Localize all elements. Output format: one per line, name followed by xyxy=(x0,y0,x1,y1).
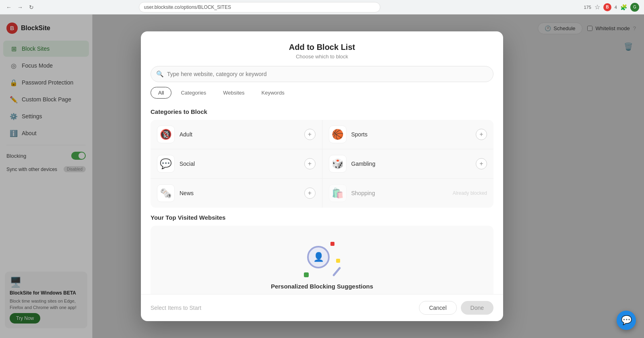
tab-all[interactable]: All xyxy=(151,87,171,99)
category-row-1: 🔞 Adult + 🏀 Sports + xyxy=(151,120,493,149)
refresh-button[interactable]: ↻ xyxy=(27,3,35,11)
shopping-icon: 🛍️ xyxy=(329,184,347,202)
star-icon[interactable]: ☆ xyxy=(594,3,600,11)
category-item-sports[interactable]: 🏀 Sports + xyxy=(322,120,494,149)
person-icon: 👤 xyxy=(313,252,324,262)
social-icon: 💬 xyxy=(157,155,175,173)
magnify-illustration: 👤 xyxy=(304,242,340,278)
ext-count: 4 xyxy=(615,5,617,10)
social-label: Social xyxy=(180,161,299,167)
category-item-news[interactable]: 🗞️ News + xyxy=(151,179,322,208)
user-avatar[interactable]: G xyxy=(630,3,639,12)
sports-label: Sports xyxy=(351,131,471,138)
category-item-gambling[interactable]: 🎲 Gambling + xyxy=(322,149,494,178)
yellow-dot xyxy=(336,259,340,263)
cancel-button[interactable]: Cancel xyxy=(419,301,457,315)
modal-footer: Select Items to Start Cancel Done xyxy=(141,294,503,321)
search-input[interactable] xyxy=(151,66,493,82)
top-visited-section: Your Top Visited Websites 👤 Personalized… xyxy=(151,214,493,294)
personalized-box: 👤 Personalized Blocking Suggestions Let … xyxy=(151,226,493,294)
tab-websites[interactable]: Websites xyxy=(215,87,252,99)
green-dot xyxy=(304,272,309,277)
gambling-label: Gambling xyxy=(351,161,471,167)
shopping-label: Shopping xyxy=(351,190,448,196)
search-icon: 🔍 xyxy=(156,70,164,78)
puzzle-icon[interactable]: 🧩 xyxy=(620,4,627,10)
category-item-adult[interactable]: 🔞 Adult + xyxy=(151,120,322,149)
footer-buttons: Cancel Done xyxy=(419,301,493,315)
add-to-blocklist-modal: Add to Block List Choose which to block … xyxy=(141,31,503,321)
news-icon: 🗞️ xyxy=(157,184,175,202)
magnify-handle xyxy=(332,267,341,277)
personalized-title: Personalized Blocking Suggestions xyxy=(271,283,373,290)
modal-header: Add to Block List Choose which to block xyxy=(141,31,503,66)
back-button[interactable]: ← xyxy=(5,3,13,11)
social-add-button[interactable]: + xyxy=(304,158,316,169)
adult-icon: 🔞 xyxy=(157,126,175,143)
adult-label: Adult xyxy=(180,131,299,138)
news-label: News xyxy=(180,190,299,196)
gambling-add-button[interactable]: + xyxy=(476,158,487,169)
chat-icon: 💬 xyxy=(621,315,632,326)
news-add-button[interactable]: + xyxy=(304,188,316,199)
forward-button[interactable]: → xyxy=(16,3,24,11)
modal-body: Categories to Block 🔞 Adult + 🏀 Sports + xyxy=(141,102,503,294)
magnify-circle: 👤 xyxy=(307,246,330,268)
category-item-social[interactable]: 💬 Social + xyxy=(151,149,322,178)
gambling-icon: 🎲 xyxy=(329,155,347,173)
categories-section-title: Categories to Block xyxy=(151,108,493,115)
red-dot xyxy=(330,242,334,246)
modal-search: 🔍 xyxy=(151,66,493,82)
already-blocked-label: Already blocked xyxy=(453,190,487,196)
browser-chrome: ← → ↻ user.blocksite.co/options/BLOCK_SI… xyxy=(0,0,644,14)
categories-grid: 🔞 Adult + 🏀 Sports + 💬 Social xyxy=(151,120,493,208)
blocksite-ext-icon[interactable]: B xyxy=(603,3,611,11)
sports-add-button[interactable]: + xyxy=(476,129,487,140)
category-item-shopping: 🛍️ Shopping Already blocked xyxy=(322,179,494,208)
done-button[interactable]: Done xyxy=(461,301,493,315)
category-row-3: 🗞️ News + 🛍️ Shopping Already blocked xyxy=(151,179,493,208)
modal-subtitle: Choose which to block xyxy=(151,54,493,60)
sports-icon: 🏀 xyxy=(329,126,347,143)
badge-count: 175 xyxy=(584,5,591,10)
chat-button[interactable]: 💬 xyxy=(617,311,636,330)
select-items-label: Select Items to Start xyxy=(151,305,201,311)
tab-categories[interactable]: Categories xyxy=(173,87,214,99)
modal-overlay: Add to Block List Choose which to block … xyxy=(0,14,644,338)
address-bar[interactable]: user.blocksite.co/options/BLOCK_SITES xyxy=(139,2,380,12)
url-text: user.blocksite.co/options/BLOCK_SITES xyxy=(144,4,231,10)
modal-title: Add to Block List xyxy=(151,43,493,52)
modal-tabs: All Categories Websites Keywords xyxy=(141,87,503,102)
tab-keywords[interactable]: Keywords xyxy=(254,87,292,99)
top-visited-title: Your Top Visited Websites xyxy=(151,214,493,221)
browser-actions: 175 ☆ B 4 🧩 G xyxy=(584,3,639,12)
adult-add-button[interactable]: + xyxy=(304,129,316,140)
category-row-2: 💬 Social + 🎲 Gambling + xyxy=(151,149,493,179)
